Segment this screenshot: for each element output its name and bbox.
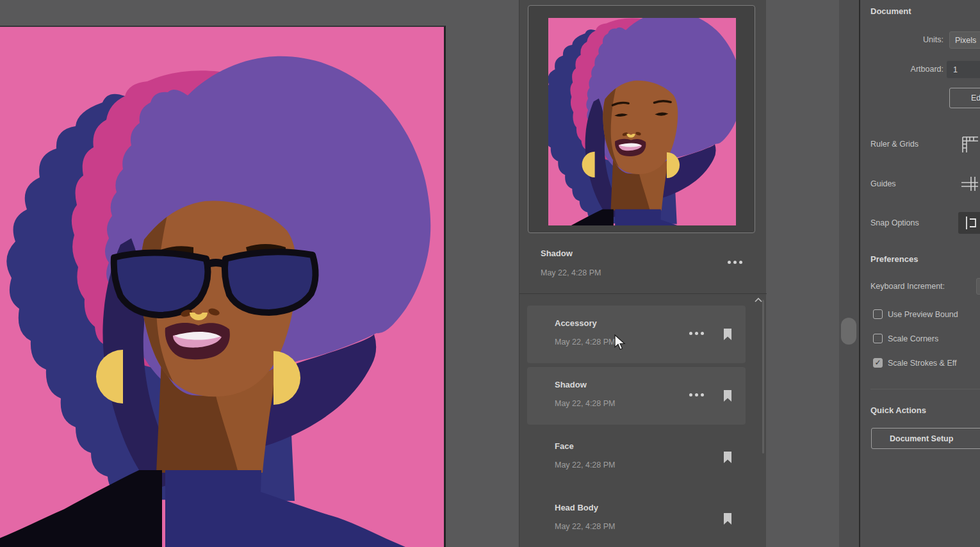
chevron-up-icon[interactable] (754, 297, 763, 303)
version-history-panel: Shadow May 22, 4:28 PM Accessory May 22,… (519, 0, 766, 547)
units-dropdown[interactable]: Pixels (949, 31, 980, 49)
section-divider (870, 389, 980, 389)
document-setup-button[interactable]: Document Setup (871, 428, 980, 449)
version-item-shadow[interactable]: Shadow May 22, 4:28 PM (527, 367, 746, 425)
guides-label: Guides (870, 179, 896, 188)
properties-panel: Document Units: Pixels Artboard: 1 Ed Ru… (859, 0, 980, 547)
version-item-accessory[interactable]: Accessory May 22, 4:28 PM (527, 306, 746, 363)
bookmark-icon[interactable] (724, 452, 731, 463)
snap-options-label: Snap Options (870, 218, 919, 227)
guides-icon[interactable] (958, 173, 980, 195)
bookmark-icon[interactable] (724, 513, 731, 525)
ruler-corner-icon[interactable] (958, 133, 980, 155)
version-item-timestamp: May 22, 4:28 PM (555, 338, 616, 347)
panel-divider (519, 293, 767, 294)
current-version-timestamp: May 22, 4:28 PM (541, 268, 601, 277)
version-item-timestamp: May 22, 4:28 PM (555, 399, 616, 408)
bookmark-icon[interactable] (724, 390, 731, 402)
scrollbar-thumb[interactable] (841, 318, 856, 345)
artboard-label: Artboard: (870, 65, 943, 74)
guides-row[interactable]: Guides (870, 173, 980, 195)
version-item-title: Head Body (555, 503, 598, 512)
bookmark-icon[interactable] (724, 329, 731, 340)
version-item-title: Face (555, 441, 574, 451)
quick-actions-title: Quick Actions (870, 405, 926, 415)
ruler-grids-label: Ruler & Grids (870, 140, 919, 149)
artboard-value: 1 (953, 65, 958, 74)
version-item-title: Shadow (555, 380, 587, 389)
use-preview-bounds-label: Use Preview Bound (888, 310, 958, 319)
current-version-menu-icon[interactable] (728, 261, 742, 264)
artboard-number-field[interactable]: 1 (947, 61, 980, 78)
keyboard-increment-field[interactable] (976, 278, 980, 295)
snap-icon[interactable] (958, 212, 980, 234)
artwork-illustration (0, 27, 444, 547)
version-item-face[interactable]: Face May 22, 4:28 PM (527, 429, 746, 486)
version-item-timestamp: May 22, 4:28 PM (555, 461, 616, 469)
scale-strokes-effects-row[interactable]: ✓ Scale Strokes & Eff (873, 358, 956, 368)
version-item-title: Accessory (555, 318, 597, 328)
checkbox-unchecked-icon[interactable] (873, 309, 883, 319)
version-item-timestamp: May 22, 4:28 PM (555, 522, 616, 531)
keyboard-increment-label: Keyboard Increment: (870, 282, 945, 291)
scale-corners-label: Scale Corners (888, 334, 938, 343)
version-preview-thumbnail (548, 18, 736, 225)
version-item-menu-icon[interactable] (689, 393, 704, 396)
version-item-menu-icon[interactable] (689, 332, 704, 335)
artboard[interactable] (0, 26, 446, 547)
version-preview-card[interactable] (528, 5, 755, 233)
version-item-head-body[interactable]: Head Body May 22, 4:28 PM (527, 490, 746, 547)
use-preview-bounds-row[interactable]: Use Preview Bound (873, 309, 958, 319)
units-value: Pixels (955, 36, 976, 45)
scale-strokes-effects-label: Scale Strokes & Eff (888, 359, 956, 368)
scale-corners-row[interactable]: Scale Corners (873, 334, 938, 343)
ruler-grids-row[interactable]: Ruler & Grids (870, 133, 980, 155)
checkbox-unchecked-icon[interactable] (873, 334, 883, 343)
document-section-title: Document (870, 6, 911, 16)
app-window: Shadow May 22, 4:28 PM Accessory May 22,… (0, 0, 980, 547)
preferences-section-title: Preferences (870, 254, 918, 264)
checkbox-checked-icon[interactable]: ✓ (873, 358, 883, 368)
canvas-workspace (0, 0, 519, 547)
units-label: Units: (870, 35, 943, 44)
current-version-title: Shadow (541, 249, 573, 258)
panel-gutter (839, 0, 859, 547)
scrollbar[interactable] (762, 300, 764, 453)
edit-artboards-button[interactable]: Ed (949, 88, 980, 108)
snap-options-row[interactable]: Snap Options (870, 212, 980, 234)
version-list: Accessory May 22, 4:28 PM Shadow May 22,… (527, 306, 746, 547)
